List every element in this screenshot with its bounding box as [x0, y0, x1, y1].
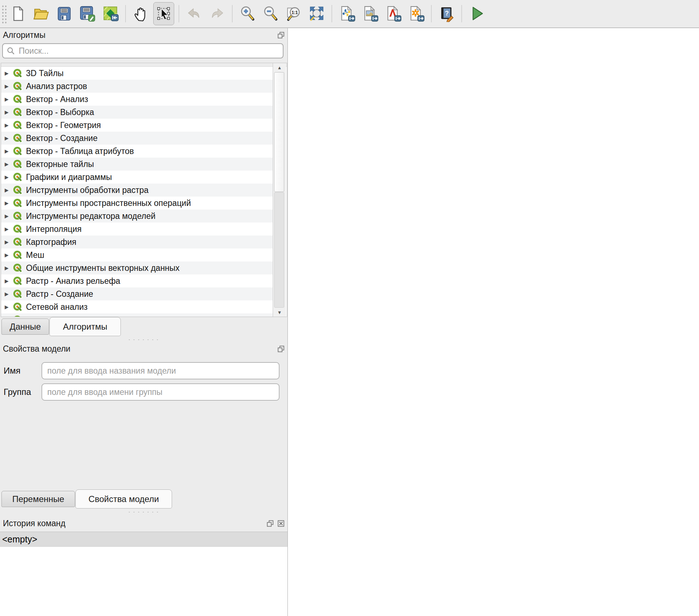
zoom-full-button[interactable]: [306, 2, 327, 25]
algorithm-category-row[interactable]: ▶ Картография: [1, 236, 274, 248]
expand-arrow-icon[interactable]: ▶: [5, 149, 10, 154]
edit-model-help-button[interactable]: ?: [436, 2, 457, 25]
expand-arrow-icon[interactable]: ▶: [5, 110, 10, 115]
zoom-actual-size-button[interactable]: 1:1: [283, 2, 304, 25]
algorithm-category-row[interactable]: ▶ Общие инструменты векторных данных: [1, 261, 274, 274]
tab-model-properties[interactable]: Свойства модели: [75, 489, 172, 509]
expand-arrow-icon[interactable]: ▶: [5, 304, 10, 309]
expand-arrow-icon[interactable]: ▶: [5, 162, 10, 167]
zoom-full-icon: [308, 5, 325, 22]
expand-arrow-icon[interactable]: ▶: [5, 71, 10, 76]
algorithm-category-row[interactable]: ▶ 3D Тайлы: [1, 67, 274, 80]
scroll-up-arrow-icon[interactable]: ▲: [273, 63, 286, 72]
algorithm-category-row[interactable]: ▶ Анализ растров: [1, 80, 274, 93]
expand-arrow-icon[interactable]: ▶: [5, 278, 10, 283]
pan-tool-button[interactable]: [130, 2, 151, 25]
expand-arrow-icon[interactable]: ▶: [5, 291, 10, 296]
algorithm-category-row[interactable]: ▶ Вектор - Геометрия: [1, 119, 274, 132]
model-properties-header: Свойства модели: [0, 343, 288, 354]
toolbar-separator: [232, 5, 233, 22]
history-panel-title: История команд: [3, 519, 65, 528]
qgis-provider-icon: [13, 120, 23, 130]
algorithm-category-label: Вектор - Создание: [26, 133, 98, 143]
qgis-provider-icon: [13, 68, 23, 78]
expand-arrow-icon[interactable]: ▶: [5, 239, 10, 245]
splitter-handle[interactable]: [127, 510, 160, 513]
algorithm-category-label: Общие инструменты векторных данных: [26, 263, 180, 273]
float-panel-icon[interactable]: [277, 31, 285, 39]
expand-arrow-icon[interactable]: ▶: [5, 97, 10, 102]
algorithm-category-row[interactable]: ▶ Растр - Анализ рельефа: [1, 274, 274, 287]
model-canvas[interactable]: [288, 28, 699, 616]
redo-button[interactable]: [207, 2, 228, 25]
algorithm-category-label: Интерполяция: [26, 224, 82, 234]
expand-arrow-icon[interactable]: ▶: [5, 175, 10, 180]
scrollbar-thumb[interactable]: [274, 72, 284, 192]
pan-hand-icon: [132, 5, 149, 22]
float-panel-icon[interactable]: [266, 520, 274, 527]
select-tool-button[interactable]: [153, 2, 174, 25]
algorithm-category-row[interactable]: ▶ Инструменты пространственных операций: [1, 197, 274, 210]
qgis-provider-icon: [13, 211, 23, 221]
splitter-handle[interactable]: [127, 338, 160, 340]
save-model-in-project-button[interactable]: [100, 2, 121, 25]
algorithm-category-row[interactable]: ▶ Графики и диаграммы: [1, 171, 274, 184]
scroll-down-arrow-icon[interactable]: ▼: [273, 308, 286, 317]
algorithm-category-label: Растр - Создание: [26, 289, 93, 299]
model-name-input[interactable]: [41, 362, 280, 379]
expand-arrow-icon[interactable]: ▶: [5, 214, 10, 219]
algorithm-category-row[interactable]: ▶ Векторные тайлы: [1, 158, 274, 171]
zoom-in-button[interactable]: [237, 2, 258, 25]
expand-arrow-icon[interactable]: ▶: [5, 201, 10, 206]
search-input[interactable]: [18, 46, 283, 56]
algorithm-category-label: Сетевой анализ: [26, 302, 88, 312]
expand-arrow-icon[interactable]: ▶: [5, 188, 10, 193]
algorithm-category-label: Анализ растров: [26, 82, 87, 91]
algorithm-category-row[interactable]: ▶: [1, 313, 274, 317]
save-model-button[interactable]: [54, 2, 75, 25]
algorithm-category-row[interactable]: ▶ Вектор - Создание: [1, 132, 274, 145]
expand-arrow-icon[interactable]: ▶: [5, 136, 10, 141]
model-designer-toolbar: 1:1: [0, 0, 699, 28]
tab-algorithms[interactable]: Алгоритмы: [49, 317, 121, 336]
qgis-provider-icon: [13, 81, 23, 91]
expand-arrow-icon[interactable]: ▶: [5, 226, 10, 232]
export-as-python-button[interactable]: [337, 2, 357, 25]
close-panel-icon[interactable]: [277, 520, 285, 527]
algorithm-category-row[interactable]: ▶ Инструменты редактора моделей: [1, 210, 274, 223]
export-as-image-button[interactable]: [360, 2, 381, 25]
tab-inputs[interactable]: Данные: [1, 318, 49, 335]
undo-button[interactable]: [184, 2, 205, 25]
model-group-input[interactable]: [41, 383, 280, 401]
algorithm-category-row[interactable]: ▶ Сетевой анализ: [1, 300, 274, 313]
python-script-export-icon: [339, 5, 355, 22]
new-model-button[interactable]: [8, 2, 28, 25]
tree-scrollbar[interactable]: ▲ ▼: [273, 63, 286, 317]
float-panel-icon[interactable]: [277, 345, 285, 353]
run-model-button[interactable]: [466, 2, 487, 25]
algorithm-category-row[interactable]: ▶ Растр - Создание: [1, 287, 274, 300]
history-empty-row[interactable]: <empty>: [0, 532, 287, 547]
qgis-provider-icon: [13, 237, 23, 247]
expand-arrow-icon[interactable]: ▶: [5, 252, 10, 258]
algorithms-panel-title: Алгоритмы: [3, 30, 45, 40]
algorithm-category-row[interactable]: ▶ Интерполяция: [1, 223, 274, 236]
expand-arrow-icon[interactable]: ▶: [5, 84, 10, 89]
algorithm-category-row[interactable]: ▶ Вектор - Таблица атрибутов: [1, 145, 274, 158]
expand-arrow-icon[interactable]: ▶: [5, 123, 10, 128]
algorithm-category-row[interactable]: ▶ Вектор - Выборка: [1, 106, 274, 119]
export-as-pdf-button[interactable]: [383, 2, 404, 25]
algorithm-tree-rows: ▶ 3D Тайлы ▶: [1, 67, 274, 317]
algorithm-category-row[interactable]: ▶ Инструменты обработки растра: [1, 184, 274, 197]
zoom-out-button[interactable]: [260, 2, 281, 25]
scrollbar-track[interactable]: [274, 192, 284, 308]
export-as-svg-button[interactable]: [406, 2, 427, 25]
tab-variables[interactable]: Переменные: [1, 491, 75, 507]
algorithm-category-row[interactable]: ▶ Вектор - Анализ: [1, 93, 274, 106]
open-model-button[interactable]: [31, 2, 52, 25]
algorithm-category-label: Меш: [26, 250, 44, 260]
algorithm-category-row[interactable]: ▶ Меш: [1, 248, 274, 261]
save-model-as-button[interactable]: [77, 2, 98, 25]
expand-arrow-icon[interactable]: ▶: [5, 265, 10, 270]
toolbar-grip-handle[interactable]: [1, 4, 6, 23]
